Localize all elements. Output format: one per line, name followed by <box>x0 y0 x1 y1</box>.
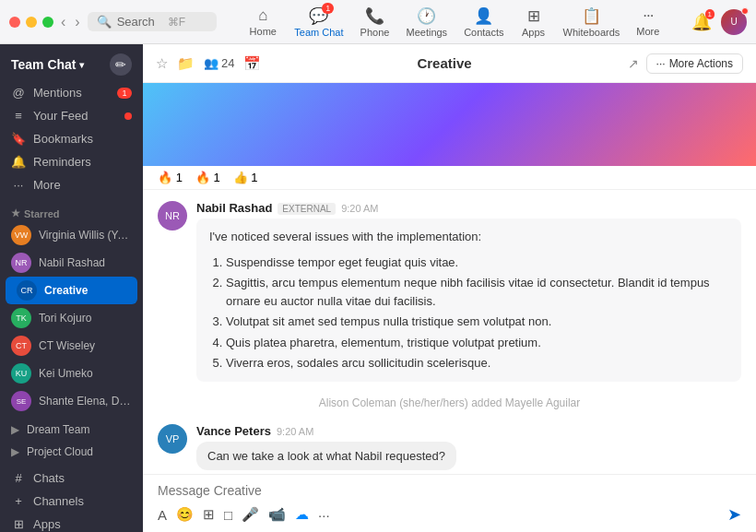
external-link-icon[interactable]: ↗ <box>628 56 639 71</box>
nav-right: 🔔 1 U <box>691 9 747 35</box>
apps-sidebar-icon: ⊞ <box>11 517 26 531</box>
nav-item-more[interactable]: ··· More <box>629 4 667 40</box>
sidebar-item-more[interactable]: ··· More <box>0 173 143 196</box>
contact-nabil[interactable]: NR Nabil Rashad <box>0 249 143 277</box>
feed-icon: ≡ <box>11 109 26 123</box>
group-project-cloud[interactable]: ▶ Project Cloud <box>0 441 143 463</box>
contacts-icon: 👤 <box>474 6 493 26</box>
tori-avatar: TK <box>11 308 31 328</box>
chat-banner <box>143 83 756 166</box>
bell-badge: 1 <box>705 9 715 19</box>
bookmarks-icon: 🔖 <box>11 132 26 146</box>
creative-avatar: CR <box>17 280 37 301</box>
search-icon: 🔍 <box>97 15 112 29</box>
chevron-down-icon: ▾ <box>79 60 84 70</box>
user-avatar[interactable]: U <box>721 9 747 35</box>
list-item: Volutpat sit amet sed tempus nulla trist… <box>226 313 728 331</box>
reaction-fire2[interactable]: 🔥 1 <box>195 171 220 184</box>
contact-creative[interactable]: CR Creative <box>6 277 137 304</box>
traffic-red[interactable] <box>9 17 20 28</box>
top-nav: ‹ › 🔍 Search ⌘F ⌂ Home 💬 1 Team Chat 📞 P… <box>0 0 756 44</box>
search-label: Search <box>117 15 155 29</box>
sidebar-item-apps[interactable]: ⊞ Apps <box>0 513 143 532</box>
folder2-icon: ▶ <box>11 445 19 458</box>
nav-item-contacts[interactable]: 👤 Contacts <box>456 4 511 41</box>
nav-items: ⌂ Home 💬 1 Team Chat 📞 Phone 🕐 Meetings … <box>222 4 686 41</box>
nav-item-teamchat[interactable]: 💬 1 Team Chat <box>287 4 350 41</box>
vance-content: Vance Peters 9:20 AM Can we take a look … <box>196 424 456 475</box>
mentions-badge: 1 <box>117 88 132 99</box>
reaction-thumbs[interactable]: 👍 1 <box>233 171 258 184</box>
messages-area: NR Nabil Rashad EXTERNAL 9:20 AM I've no… <box>143 190 756 474</box>
group-dream-team[interactable]: ▶ Dream Team <box>0 419 143 441</box>
calendar-header-icon[interactable]: 📅 <box>243 55 261 72</box>
contact-kei[interactable]: KU Kei Umeko <box>0 360 143 387</box>
apps-nav-icon: ⊞ <box>527 6 540 26</box>
compose-button[interactable]: ✏ <box>110 53 132 76</box>
contact-ct[interactable]: CT CT Wiseley <box>0 332 143 360</box>
nav-back[interactable]: ‹ <box>59 14 67 30</box>
cloud-icon[interactable]: ☁ <box>295 506 309 523</box>
emoji-input-icon[interactable]: 😊 <box>176 506 194 523</box>
input-toolbar: A 😊 ⊞ □ 🎤 📹 ☁ ··· ➤ <box>158 504 741 525</box>
list-item: Viverra eros, sodales arcu sollicitudin … <box>226 354 728 372</box>
folder-header-icon[interactable]: 📁 <box>177 55 195 72</box>
traffic-yellow[interactable] <box>26 17 37 28</box>
mentions-label: Mentions <box>33 86 110 100</box>
nav-item-whiteboards[interactable]: 📋 Whiteboards <box>556 4 628 41</box>
sidebar-item-reminders[interactable]: 🔔 Reminders <box>0 150 143 173</box>
nav-forward[interactable]: › <box>73 14 81 30</box>
message-input[interactable] <box>158 483 741 498</box>
sidebar-item-chats[interactable]: # Chats <box>0 467 143 490</box>
traffic-green[interactable] <box>42 17 53 28</box>
dots-icon: ··· <box>656 57 666 70</box>
nabil-name: Nabil Rashad <box>196 201 272 215</box>
text-format-icon[interactable]: A <box>158 507 167 523</box>
nav-item-apps[interactable]: ⊞ Apps <box>514 4 554 41</box>
contact-shante[interactable]: SE Shante Elena, Daniel Bow... <box>0 387 143 415</box>
sidebar-item-mentions[interactable]: @ Mentions 1 <box>0 81 143 104</box>
sidebar-item-feed[interactable]: ≡ Your Feed <box>0 104 143 127</box>
bell-button[interactable]: 🔔 1 <box>691 12 712 32</box>
members-header[interactable]: 👥 24 <box>204 56 234 70</box>
ct-avatar: CT <box>11 336 31 356</box>
msg-intro: I've noticed several issues with the imp… <box>209 228 728 246</box>
vance-bubble1: Can we take a look at what Nabil request… <box>196 442 456 470</box>
vance-name: Vance Peters <box>196 424 271 438</box>
search-bar[interactable]: 🔍 Search ⌘F <box>88 12 217 31</box>
nabil-msg-avatar: NR <box>158 201 187 231</box>
send-button[interactable]: ➤ <box>727 504 741 525</box>
message-vance: VP Vance Peters 9:20 AM Can we take a lo… <box>158 424 741 475</box>
traffic-lights <box>9 17 53 28</box>
nav-item-phone[interactable]: 📞 Phone <box>352 4 396 41</box>
more-nav-icon: ··· <box>643 6 653 25</box>
sidebar-title[interactable]: Team Chat ▾ <box>11 57 84 72</box>
reminders-icon: 🔔 <box>11 155 26 169</box>
nav-item-meetings[interactable]: 🕐 Meetings <box>398 4 455 41</box>
apps-input-icon[interactable]: ⊞ <box>203 506 215 523</box>
sidebar-header: Team Chat ▾ ✏ <box>0 44 143 81</box>
list-item: Suspendisse tempor eget feugiat quis vit… <box>226 254 728 272</box>
feed-label: Your Feed <box>33 109 117 123</box>
list-item: Sagittis, arcu tempus elementum neque ni… <box>226 274 728 310</box>
star-header-icon[interactable]: ☆ <box>156 55 168 72</box>
reaction-fire1[interactable]: 🔥 1 <box>158 171 183 184</box>
reminders-label: Reminders <box>33 155 132 169</box>
sidebar-item-bookmarks[interactable]: 🔖 Bookmarks <box>0 127 143 150</box>
contact-tori[interactable]: TK Tori Kojuro <box>0 304 143 332</box>
system-message: Alison Coleman (she/her/hers) added Maye… <box>158 393 741 413</box>
vance-avatar: VP <box>158 424 187 454</box>
more-actions-button[interactable]: ··· More Actions <box>646 53 743 74</box>
header-actions-right: ↗ ··· More Actions <box>628 53 743 74</box>
list-item: Quis platea pharetra, elementum, tristiq… <box>226 334 728 352</box>
nav-item-home[interactable]: ⌂ Home <box>241 4 285 40</box>
vance-meta: Vance Peters 9:20 AM <box>196 424 456 438</box>
members-icon: 👥 <box>204 56 219 70</box>
reactions-bar: 🔥 1 🔥 1 👍 1 <box>143 166 756 190</box>
contact-virginia[interactable]: VW Virginia Willis (You) <box>0 221 143 249</box>
audio-icon[interactable]: 🎤 <box>242 506 259 523</box>
more-input-icon[interactable]: ··· <box>318 507 330 523</box>
sidebar-item-channels[interactable]: + Channels <box>0 490 143 513</box>
video-icon[interactable]: 📹 <box>268 506 286 523</box>
attach-icon[interactable]: □ <box>224 507 232 523</box>
